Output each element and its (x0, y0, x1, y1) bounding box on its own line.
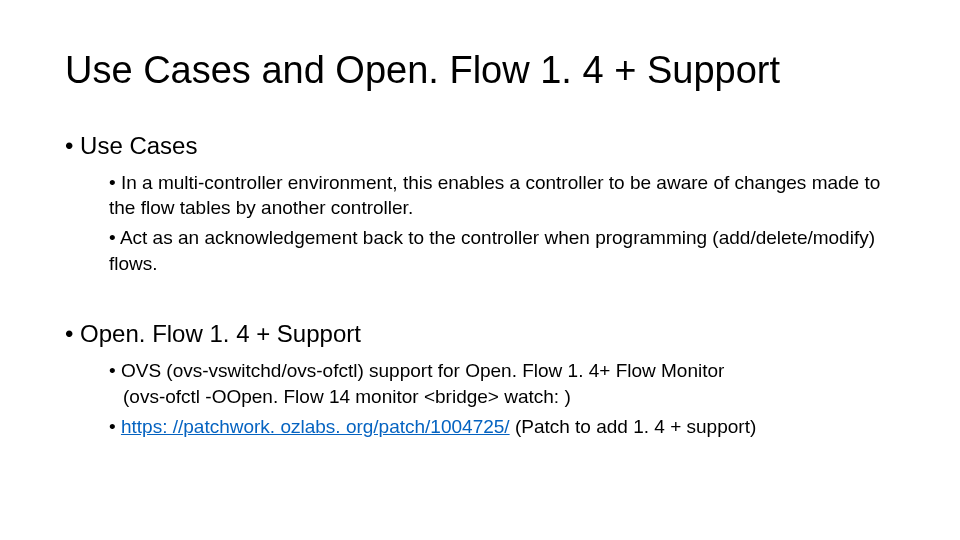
content-list: Use Cases In a multi-controller environm… (65, 132, 895, 439)
support-text-1-line1: OVS (ovs-vswitchd/ovs-ofctl) support for… (121, 360, 724, 381)
section-heading: Open. Flow 1. 4 + Support (80, 320, 361, 347)
section-use-cases: Use Cases In a multi-controller environm… (65, 132, 895, 277)
patchwork-link[interactable]: https: //patchwork. ozlabs. org/patch/10… (121, 416, 510, 437)
support-text-1-line2: (ovs-ofctl -OOpen. Flow 14 monitor <brid… (109, 384, 895, 410)
use-case-text-1: In a multi-controller environment, this … (109, 172, 880, 219)
slide-title: Use Cases and Open. Flow 1. 4 + Support (65, 50, 895, 92)
use-case-item-1: In a multi-controller environment, this … (109, 170, 895, 221)
section-heading: Use Cases (80, 132, 197, 159)
use-case-text-2: Act as an acknowledgement back to the co… (109, 227, 875, 274)
support-item-1: OVS (ovs-vswitchd/ovs-ofctl) support for… (109, 358, 895, 409)
slide: Use Cases and Open. Flow 1. 4 + Support … (0, 0, 960, 439)
patch-note: (Patch to add 1. 4 + support) (510, 416, 757, 437)
section-openflow-support: Open. Flow 1. 4 + Support OVS (ovs-vswit… (65, 320, 895, 439)
support-item-2: https: //patchwork. ozlabs. org/patch/10… (109, 414, 895, 440)
use-cases-sublist: In a multi-controller environment, this … (109, 170, 895, 277)
use-case-item-2: Act as an acknowledgement back to the co… (109, 225, 895, 276)
support-sublist: OVS (ovs-vswitchd/ovs-ofctl) support for… (109, 358, 895, 439)
